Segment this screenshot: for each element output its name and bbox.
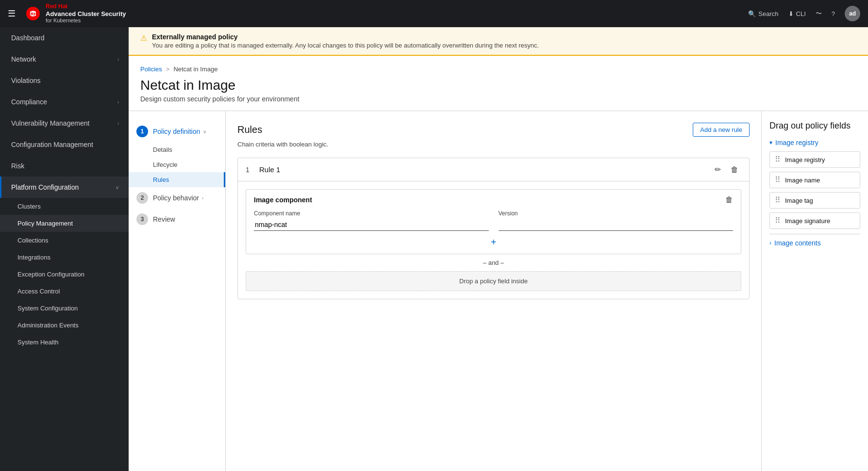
chevron-right-icon: › bbox=[117, 99, 119, 105]
cli-button[interactable]: ⬇ CLI bbox=[788, 10, 806, 17]
sidebar-item-violations[interactable]: Violations bbox=[0, 70, 129, 91]
wizard-substep-lifecycle[interactable]: Lifecycle bbox=[129, 157, 225, 172]
banner-description: You are editing a policy that is managed… bbox=[152, 42, 856, 49]
edit-icon: ✏ bbox=[715, 165, 721, 174]
rules-title: Rules bbox=[237, 124, 262, 135]
search-label: Search bbox=[758, 10, 778, 17]
rule-delete-button[interactable]: 🗑 bbox=[728, 164, 741, 175]
step-chevron-icon: ∨ bbox=[203, 129, 206, 134]
help-button[interactable]: ? bbox=[832, 10, 835, 17]
sidebar-item-platform-configuration[interactable]: Platform Configuration ∨ bbox=[0, 177, 129, 198]
svg-text:RH: RH bbox=[31, 12, 37, 16]
policy-fields-panel: Drag out policy fields ▾ Image registry … bbox=[761, 111, 868, 471]
page-title: Netcat in Image bbox=[140, 78, 856, 93]
rule-separator: – and – bbox=[246, 254, 741, 271]
search-button[interactable]: 🔍 Search bbox=[748, 10, 778, 17]
drop-zone[interactable]: Drop a policy field inside bbox=[246, 271, 741, 291]
rule-name: Rule 1 bbox=[259, 165, 706, 174]
image-component-title: Image component bbox=[254, 196, 312, 204]
page-header: Policies > Netcat in Image Netcat in Ima… bbox=[129, 56, 868, 111]
activity-icon[interactable]: 〜 bbox=[816, 9, 822, 18]
sidebar-item-configuration-management[interactable]: Configuration Management bbox=[0, 134, 129, 155]
banner-content: Externally managed policy You are editin… bbox=[152, 33, 856, 49]
image-component-delete-button[interactable]: 🗑 bbox=[725, 195, 733, 204]
topnav-actions: 🔍 Search ⬇ CLI 〜 ? ad bbox=[748, 6, 860, 21]
sidebar-item-label: Violations bbox=[11, 77, 40, 84]
step-num-2: 2 bbox=[136, 192, 148, 204]
step-num-3: 3 bbox=[136, 213, 148, 225]
step-label-review: Review bbox=[153, 215, 217, 223]
add-new-rule-button[interactable]: Add a new rule bbox=[693, 123, 750, 137]
image-registry-section-header[interactable]: ▾ Image registry bbox=[769, 139, 860, 146]
page-subtitle: Design custom security policies for your… bbox=[140, 95, 856, 103]
banner-title: Externally managed policy bbox=[152, 33, 856, 41]
product-sub: for Kubernetes bbox=[46, 17, 126, 24]
rules-subtitle: Chain criteria with boolean logic. bbox=[237, 141, 750, 148]
breadcrumb-current: Netcat in Image bbox=[173, 65, 217, 73]
sidebar-item-vulnerability-management[interactable]: Vulnerability Management › bbox=[0, 113, 129, 134]
sidebar-sub-access-control[interactable]: Access Control bbox=[0, 283, 129, 300]
wizard-step-policy-definition[interactable]: 1 Policy definition ∨ bbox=[129, 121, 225, 142]
chevron-right-icon: › bbox=[117, 57, 119, 62]
policy-field-image-signature[interactable]: ⠿ Image signature bbox=[769, 212, 860, 229]
rules-header: Rules Add a new rule bbox=[237, 123, 750, 137]
version-label: Version bbox=[499, 210, 734, 217]
sidebar-sub-label: Policy Management bbox=[17, 220, 73, 227]
sidebar-sub-label: Exception Configuration bbox=[17, 271, 84, 278]
sidebar-sub-collections[interactable]: Collections bbox=[0, 232, 129, 249]
redhat-logo-icon: RH bbox=[25, 6, 41, 21]
breadcrumb-policies-link[interactable]: Policies bbox=[140, 65, 162, 73]
logo-text: Red Hat Advanced Cluster Security for Ku… bbox=[46, 3, 126, 24]
sidebar-sub-exception-configuration[interactable]: Exception Configuration bbox=[0, 266, 129, 283]
sidebar-sub-label: System Configuration bbox=[17, 305, 78, 312]
rule-body: Image component 🗑 Component name bbox=[238, 181, 749, 299]
version-input[interactable] bbox=[499, 219, 734, 231]
help-icon: ? bbox=[832, 10, 835, 17]
policy-field-label: Image tag bbox=[785, 197, 813, 204]
sidebar-item-label: Vulnerability Management bbox=[11, 119, 89, 127]
rule-edit-button[interactable]: ✏ bbox=[712, 164, 724, 175]
step-label-policy-behavior: Policy behavior › bbox=[153, 194, 217, 202]
drag-handle-icon: ⠿ bbox=[775, 217, 781, 225]
wizard-step-policy-behavior[interactable]: 2 Policy behavior › bbox=[129, 187, 225, 209]
image-contents-section-header[interactable]: › Image contents bbox=[769, 239, 860, 247]
warning-icon: ⚠ bbox=[140, 33, 147, 43]
sidebar-item-label: Compliance bbox=[11, 98, 47, 106]
search-icon: 🔍 bbox=[748, 10, 756, 17]
policy-field-image-tag[interactable]: ⠿ Image tag bbox=[769, 192, 860, 209]
wizard-substep-rules[interactable]: Rules bbox=[129, 172, 225, 187]
hamburger-icon[interactable]: ☰ bbox=[8, 8, 16, 19]
sidebar-sub-policy-management[interactable]: Policy Management bbox=[0, 215, 129, 232]
sidebar-item-risk[interactable]: Risk bbox=[0, 155, 129, 177]
policy-field-image-registry[interactable]: ⠿ Image registry bbox=[769, 151, 860, 168]
sidebar-sub-label: Access Control bbox=[17, 288, 60, 295]
policy-field-image-name[interactable]: ⠿ Image name bbox=[769, 172, 860, 188]
sidebar-item-compliance[interactable]: Compliance › bbox=[0, 91, 129, 113]
wizard-substep-details[interactable]: Details bbox=[129, 142, 225, 157]
avatar[interactable]: ad bbox=[845, 6, 860, 21]
breadcrumb: Policies > Netcat in Image bbox=[140, 65, 856, 73]
section-chevron-right-icon: › bbox=[769, 240, 771, 246]
sidebar-item-dashboard[interactable]: Dashboard bbox=[0, 27, 129, 49]
component-name-field-group: Component name bbox=[254, 210, 489, 231]
sidebar-sub-system-health[interactable]: System Health bbox=[0, 334, 129, 351]
add-component-button[interactable]: + bbox=[491, 237, 497, 248]
brand-name: Red Hat bbox=[46, 3, 126, 10]
sidebar-sub-label: Clusters bbox=[17, 203, 41, 210]
section-chevron-down-icon: ▾ bbox=[769, 139, 772, 146]
sidebar-item-network[interactable]: Network › bbox=[0, 49, 129, 70]
wizard-step-review[interactable]: 3 Review bbox=[129, 209, 225, 230]
sidebar-sub-system-configuration[interactable]: System Configuration bbox=[0, 300, 129, 317]
download-icon: ⬇ bbox=[788, 10, 794, 17]
sidebar-sub-administration-events[interactable]: Administration Events bbox=[0, 317, 129, 334]
sidebar-sub-integrations[interactable]: Integrations bbox=[0, 249, 129, 266]
step-num-1: 1 bbox=[136, 126, 148, 137]
sidebar-sub-clusters[interactable]: Clusters bbox=[0, 198, 129, 215]
wizard-main: Rules Add a new rule Chain criteria with… bbox=[226, 111, 761, 471]
section-divider bbox=[769, 234, 860, 234]
component-name-input[interactable] bbox=[254, 219, 489, 231]
drag-handle-icon: ⠿ bbox=[775, 156, 781, 163]
image-component: Image component 🗑 Component name bbox=[246, 189, 741, 254]
image-component-header: Image component 🗑 bbox=[254, 195, 733, 204]
rule-number: 1 bbox=[246, 166, 253, 174]
